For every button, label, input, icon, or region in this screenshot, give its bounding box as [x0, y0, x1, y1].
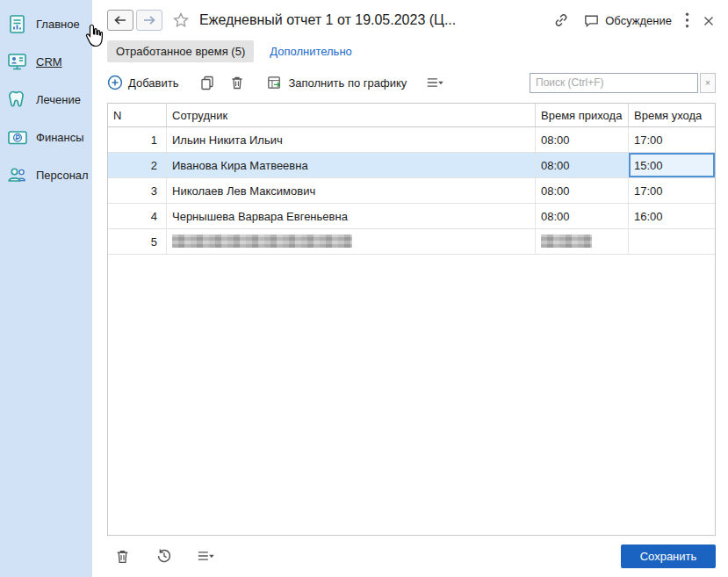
section-sidebar: Главное CRM Лечение Финансы Персонал	[0, 0, 92, 577]
forward-arrow-icon	[142, 15, 156, 25]
fill-table-icon	[266, 75, 283, 91]
sidebar-item-treatment[interactable]: Лечение	[0, 81, 92, 119]
sidebar-item-label: Главное	[36, 18, 80, 31]
table-row[interactable]: 3 Николаев Лев Максимович 08:00 17:00	[108, 178, 715, 204]
add-button[interactable]: Добавить	[107, 75, 178, 90]
sidebar-item-label: Персонал	[36, 169, 89, 182]
cell-employee	[167, 229, 536, 254]
column-header-departure[interactable]: Время ухода	[629, 104, 715, 126]
menu-caret-icon	[426, 76, 445, 89]
form-footer: Сохранить	[107, 541, 716, 571]
sidebar-item-staff[interactable]: Персонал	[0, 156, 92, 194]
search-clear-button[interactable]: ×	[700, 73, 716, 93]
cell-arrival: 08:00	[536, 127, 629, 152]
search-input[interactable]	[530, 73, 698, 93]
list-settings-button[interactable]	[426, 73, 445, 92]
header-actions: Обсуждение	[552, 11, 716, 29]
crm-section-icon	[6, 51, 29, 74]
table-row[interactable]: 4 Чернышева Варвара Евгеньевна 08:00 16:…	[108, 204, 715, 229]
cell-arrival: 08:00	[536, 153, 629, 177]
footer-delete-button[interactable]	[112, 546, 132, 566]
discussion-button[interactable]: Обсуждение	[583, 12, 672, 29]
close-icon[interactable]	[703, 14, 716, 26]
finance-icon	[6, 126, 29, 149]
cell-departure: 16:00	[629, 204, 715, 228]
column-header-n[interactable]: N	[108, 104, 167, 126]
cell-employee: Николаев Лев Максимович	[167, 178, 536, 203]
column-header-arrival[interactable]: Время прихода	[536, 104, 629, 126]
plus-circle-icon	[107, 75, 123, 90]
redacted-employee-name	[172, 234, 352, 248]
cell-employee: Чернышева Варвара Евгеньевна	[167, 204, 536, 228]
form-header: Ежедневный отчет 1 от 19.05.2023 (Ц... О…	[107, 7, 716, 33]
fill-by-schedule-label: Заполнить по графику	[288, 76, 407, 90]
tooth-icon	[6, 89, 29, 112]
table-row-redacted[interactable]: 5	[108, 229, 715, 255]
redacted-arrival-time	[541, 234, 592, 248]
sidebar-item-main[interactable]: Главное	[0, 5, 92, 43]
daily-report-form: Ежедневный отчет 1 от 19.05.2023 (Ц... О…	[107, 5, 716, 572]
cell-arrival: 08:00	[536, 204, 629, 228]
footer-menu-button[interactable]	[197, 546, 216, 566]
worked-time-table: N Сотрудник Время прихода Время ухода 1 …	[107, 103, 716, 536]
cell-departure	[629, 229, 715, 254]
copy-button[interactable]	[198, 73, 217, 92]
tab-worked-time[interactable]: Отработанное время (5)	[107, 40, 254, 62]
cell-n: 3	[108, 178, 167, 203]
back-arrow-icon	[113, 15, 127, 25]
get-link-icon[interactable]	[552, 11, 570, 29]
table-row[interactable]: 1 Ильин Никита Ильич 08:00 17:00	[108, 127, 715, 153]
sidebar-item-finance[interactable]: Финансы	[0, 119, 92, 156]
trash-icon	[114, 548, 131, 565]
delete-button[interactable]	[227, 73, 247, 92]
column-header-employee[interactable]: Сотрудник	[167, 104, 536, 126]
footer-history-button[interactable]	[155, 546, 174, 566]
sidebar-item-label: Лечение	[36, 93, 81, 106]
add-button-label: Добавить	[128, 76, 178, 90]
cell-arrival: 08:00	[536, 178, 629, 203]
cell-n: 4	[108, 204, 167, 228]
form-tabs: Отработанное время (5) Дополнительно	[107, 40, 352, 62]
table-toolbar: Добавить Заполнить по графику ×	[107, 70, 716, 95]
discussion-bubble-icon	[583, 12, 600, 29]
menu-caret-icon	[197, 550, 216, 562]
table-row-selected[interactable]: 2 Иванова Кира Матвеевна 08:00 15:00	[108, 153, 715, 178]
search-area: ×	[530, 73, 716, 93]
cell-arrival	[536, 229, 629, 254]
discussion-label: Обсуждение	[605, 14, 672, 27]
cell-n: 2	[108, 153, 167, 177]
cell-departure: 17:00	[629, 127, 715, 152]
staff-icon	[6, 164, 29, 187]
cell-n: 1	[108, 127, 167, 152]
table-header-row: N Сотрудник Время прихода Время ухода	[108, 104, 715, 127]
save-button[interactable]: Сохранить	[621, 545, 716, 568]
forward-button[interactable]	[136, 10, 162, 31]
page-title: Ежедневный отчет 1 от 19.05.2023 (Ц...	[199, 12, 456, 28]
cell-employee: Иванова Кира Матвеевна	[167, 153, 536, 177]
favorite-star-icon[interactable]	[172, 11, 190, 29]
cell-departure: 17:00	[629, 178, 715, 203]
sidebar-item-crm[interactable]: CRM	[0, 43, 92, 81]
sidebar-item-label: CRM	[36, 55, 62, 69]
sidebar-item-label: Финансы	[36, 131, 84, 144]
history-clock-icon	[155, 547, 173, 565]
copy-icon	[199, 75, 215, 90]
more-menu-icon[interactable]	[685, 12, 690, 28]
cell-n: 5	[108, 229, 167, 254]
fill-by-schedule-button[interactable]: Заполнить по графику	[266, 75, 407, 91]
tab-additional[interactable]: Дополнительно	[270, 45, 352, 58]
cell-employee: Ильин Никита Ильич	[167, 127, 536, 152]
trash-icon	[229, 75, 245, 90]
main-section-icon	[6, 13, 29, 36]
back-button[interactable]	[107, 10, 133, 31]
cell-departure-editing[interactable]: 15:00	[629, 153, 715, 177]
